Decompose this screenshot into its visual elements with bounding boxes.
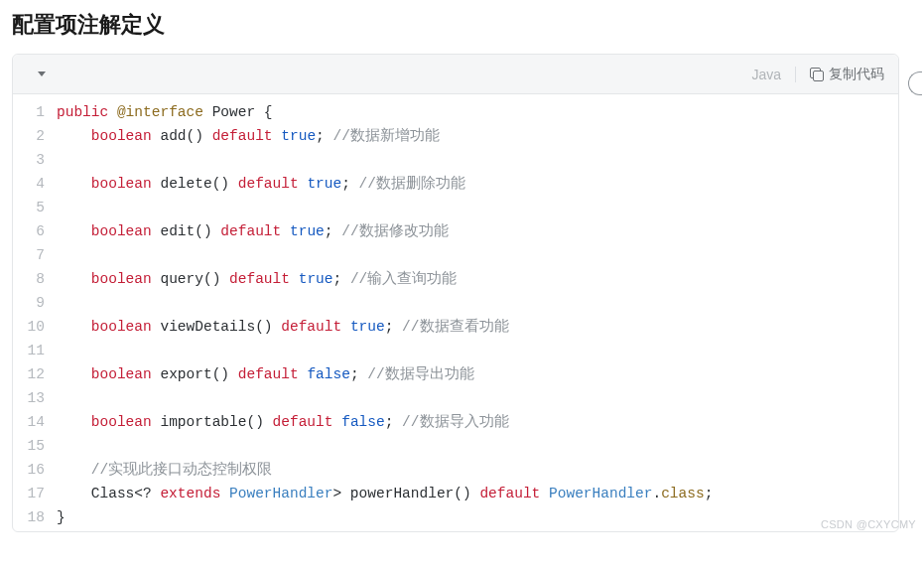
line-number: 12 [21, 362, 45, 386]
line-number: 6 [21, 219, 45, 243]
code-line: boolean importable() default false; //数据… [57, 410, 713, 434]
code-line: boolean edit() default true; //数据修改功能 [57, 219, 713, 243]
line-number: 10 [21, 315, 45, 339]
code-line [57, 148, 713, 172]
code-line: public @interface Power { [57, 100, 713, 124]
line-number: 4 [21, 172, 45, 196]
code-body: 123456789101112131415161718 public @inte… [13, 94, 898, 531]
code-content[interactable]: public @interface Power { boolean add() … [57, 100, 725, 529]
line-number: 11 [21, 339, 45, 362]
line-number: 2 [21, 124, 45, 148]
line-number: 9 [21, 291, 45, 315]
line-number: 16 [21, 458, 45, 482]
code-line [57, 434, 713, 458]
code-line [57, 243, 713, 267]
code-line: boolean export() default false; //数据导出功能 [57, 362, 713, 386]
code-line: //实现此接口动态控制权限 [57, 458, 713, 482]
code-line: boolean delete() default true; //数据删除功能 [57, 172, 713, 196]
line-number: 8 [21, 267, 45, 291]
chevron-down-icon [38, 71, 46, 76]
line-gutter: 123456789101112131415161718 [13, 100, 57, 529]
code-line [57, 386, 713, 410]
sidebar-handle[interactable] [908, 71, 922, 95]
code-line: boolean add() default true; //数据新增功能 [57, 124, 713, 148]
section-heading: 配置项注解定义 [12, 10, 912, 40]
divider [795, 67, 796, 82]
line-number: 14 [21, 410, 45, 434]
code-line: Class<? extends PowerHandler> powerHandl… [57, 482, 713, 505]
header-right: Java 复制代码 [751, 66, 884, 83]
line-number: 17 [21, 482, 45, 505]
code-line: } [57, 505, 713, 529]
line-number: 13 [21, 386, 45, 410]
code-line [57, 196, 713, 219]
code-line [57, 339, 713, 362]
copy-button[interactable]: 复制代码 [810, 66, 884, 83]
collapse-toggle[interactable] [27, 61, 57, 88]
copy-icon [810, 68, 823, 80]
code-line: boolean viewDetails() default true; //数据… [57, 315, 713, 339]
line-number: 15 [21, 434, 45, 458]
language-label: Java [751, 67, 781, 82]
line-number: 7 [21, 243, 45, 267]
code-card: Java 复制代码 123456789101112131415161718 pu… [12, 54, 899, 532]
line-number: 1 [21, 100, 45, 124]
line-number: 5 [21, 196, 45, 219]
code-line: boolean query() default true; //输入查询功能 [57, 267, 713, 291]
line-number: 18 [21, 505, 45, 529]
code-line [57, 291, 713, 315]
line-number: 3 [21, 148, 45, 172]
copy-label: 复制代码 [829, 66, 884, 83]
code-header: Java 复制代码 [13, 55, 898, 94]
